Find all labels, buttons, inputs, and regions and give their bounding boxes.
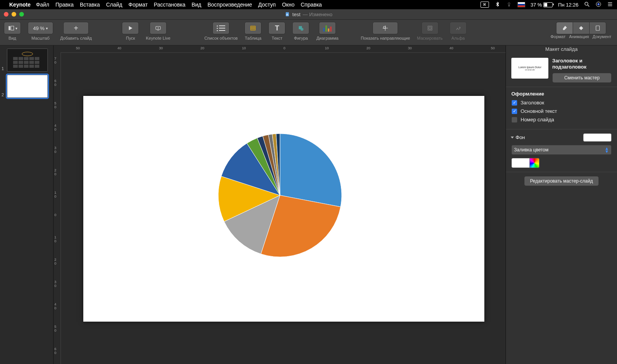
svg-rect-32 [13, 57, 18, 60]
menu-share[interactable]: Доступ [258, 2, 276, 8]
window-zoom-button[interactable] [19, 12, 24, 17]
main-area: 1 2 504030201001020304050 70605040302010… [0, 45, 617, 364]
background-disclosure[interactable]: Фон [511, 134, 525, 140]
pie-chart[interactable] [218, 134, 342, 257]
notification-center-icon[interactable] [607, 1, 613, 8]
clock[interactable]: Пн 12:26 [558, 2, 578, 8]
svg-rect-34 [24, 57, 29, 60]
shape-label: Фигура [294, 36, 308, 40]
document-name: test [292, 12, 300, 17]
menu-arrange[interactable]: Расстановка [154, 2, 185, 8]
slide-navigator[interactable]: 1 2 [0, 45, 54, 364]
horizontal-ruler[interactable]: 504030201001020304050 [61, 45, 506, 53]
svg-point-0 [585, 2, 588, 5]
mask-icon [427, 25, 433, 32]
chart-button[interactable] [319, 22, 336, 34]
svg-rect-37 [13, 61, 18, 64]
chart-icon [323, 25, 332, 32]
document-title[interactable]: test — Изменено [285, 12, 332, 17]
color-wheel-button[interactable] [530, 158, 539, 168]
svg-rect-46 [35, 65, 39, 68]
menu-format[interactable]: Формат [128, 2, 148, 8]
slide-thumb-1[interactable]: 1 [7, 49, 50, 72]
fill-type-select[interactable]: Заливка цветом ▲▼ [511, 145, 612, 155]
alpha-icon [455, 25, 462, 32]
svg-rect-40 [29, 61, 34, 64]
svg-rect-16 [157, 30, 159, 30]
svg-rect-5 [608, 4, 612, 4]
disclosure-triangle-icon [511, 136, 514, 138]
menu-insert[interactable]: Вставка [80, 2, 100, 8]
input-language-icon[interactable]: ⌘ [480, 2, 489, 8]
menu-edit[interactable]: Правка [56, 2, 74, 8]
checkbox-slidenum-label: Номер слайда [521, 117, 554, 122]
siri-icon[interactable] [595, 1, 602, 8]
svg-marker-15 [158, 27, 159, 29]
keynote-live-button[interactable] [150, 22, 167, 34]
tab-animation-label: Анимация [567, 34, 591, 39]
play-label: Пуск [126, 36, 135, 40]
fill-color-swatch[interactable] [511, 158, 530, 168]
mask-button [421, 22, 438, 34]
slide-canvas[interactable] [83, 96, 484, 322]
window-minimize-button[interactable] [12, 12, 16, 17]
play-button[interactable] [122, 22, 139, 34]
window-titlebar: test — Изменено [0, 9, 617, 20]
fill-type-value: Заливка цветом [514, 147, 548, 153]
keyboard-flag-icon[interactable] [518, 2, 525, 7]
inspector-panel: Макет слайда Lorem Ipsum Dolor sit amet … [506, 45, 617, 364]
spotlight-icon[interactable] [584, 1, 590, 8]
svg-rect-44 [24, 65, 29, 68]
canvas[interactable] [61, 53, 506, 364]
checkbox-title-row[interactable]: Заголовок [511, 100, 612, 106]
svg-rect-11 [8, 26, 10, 30]
master-thumbnail[interactable]: Lorem Ipsum Dolor sit amet elit [511, 58, 548, 79]
edit-master-button[interactable]: Редактировать мастер-слайд [524, 176, 598, 186]
text-button[interactable]: T [268, 22, 285, 34]
zoom-button[interactable]: 49 %▾ [28, 22, 53, 34]
background-label: Фон [516, 134, 525, 140]
checkbox-title[interactable] [511, 100, 518, 106]
checkbox-body[interactable] [511, 108, 518, 114]
menu-view[interactable]: Вид [192, 2, 201, 8]
checkbox-slidenum-row[interactable]: Номер слайда [511, 117, 612, 123]
vertical-ruler[interactable]: 706050403020100102030405060 [54, 53, 61, 364]
menu-file[interactable]: Файл [36, 2, 49, 8]
app-name[interactable]: Keynote [9, 2, 30, 8]
table-button[interactable] [244, 22, 261, 34]
checkbox-slidenum[interactable] [511, 117, 518, 123]
svg-rect-41 [35, 61, 39, 64]
shape-button[interactable] [292, 22, 309, 34]
wifi-icon[interactable] [506, 1, 512, 8]
inspector-tabs [556, 22, 606, 34]
text-label: Текст [272, 36, 283, 40]
svg-rect-29 [579, 26, 583, 30]
checkbox-title-label: Заголовок [521, 100, 544, 106]
change-master-button[interactable]: Сменить мастер [552, 73, 612, 83]
svg-point-23 [301, 28, 304, 31]
mask-label: Маскировать [417, 36, 442, 40]
list-icon [217, 25, 225, 31]
menu-window[interactable]: Окно [282, 2, 295, 8]
tab-document[interactable] [589, 22, 606, 34]
svg-marker-13 [129, 26, 133, 30]
battery-status[interactable]: 37 % [531, 2, 553, 8]
menu-slide[interactable]: Слайд [106, 2, 122, 8]
checkbox-body-row[interactable]: Основной текст [511, 108, 612, 114]
menu-play[interactable]: Воспроизведение [207, 2, 252, 8]
background-swatch[interactable] [583, 133, 612, 142]
object-list-button[interactable] [212, 22, 229, 34]
window-close-button[interactable] [4, 12, 8, 17]
view-button[interactable]: ▾ [4, 22, 21, 34]
bluetooth-icon[interactable] [494, 1, 501, 8]
menu-help[interactable]: Справка [301, 2, 322, 8]
tab-animation[interactable] [573, 22, 589, 34]
select-arrows-icon: ▲▼ [605, 147, 609, 153]
svg-rect-39 [24, 61, 29, 64]
slide-thumb-2[interactable]: 2 [7, 75, 50, 98]
guides-button[interactable] [373, 22, 398, 34]
svg-rect-10 [288, 15, 288, 15]
tab-format[interactable] [556, 22, 573, 34]
mac-menubar: Keynote Файл Правка Вставка Слайд Формат… [0, 0, 617, 9]
add-slide-button[interactable]: + [63, 22, 89, 34]
